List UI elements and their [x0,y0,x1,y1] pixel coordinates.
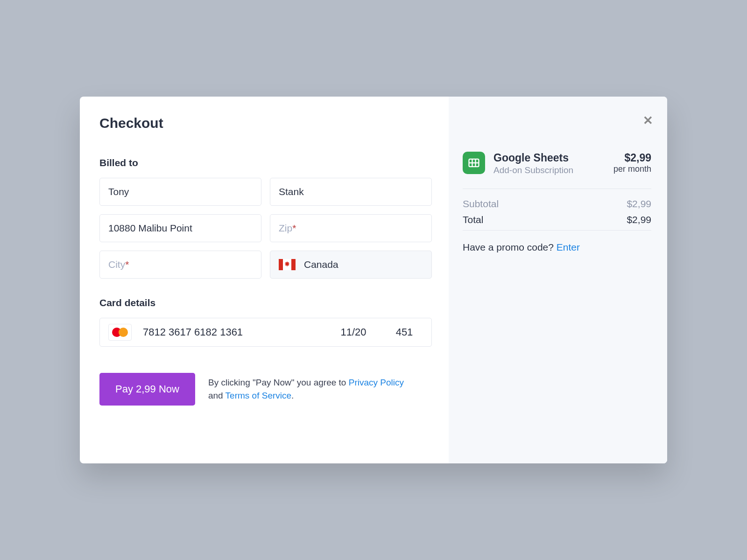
card-details-row[interactable]: 7812 3617 6182 1361 11/20 451 [99,318,432,347]
city-placeholder: City [108,259,125,270]
svg-rect-1 [279,259,283,270]
divider [463,189,651,189]
product-subtitle: Add-on Subscription [493,165,605,175]
promo-text: Have a promo code? [463,242,557,252]
card-cvv: 451 [386,326,423,338]
promo-row: Have a promo code? Enter [463,242,651,253]
google-sheets-icon [463,152,485,174]
card-details-label: Card details [99,297,432,308]
terms-of-service-link[interactable]: Terms of Service [226,391,291,400]
product-row: Google Sheets Add-on Subscription $2,99 … [463,152,651,175]
country-select[interactable]: Canada [270,251,432,279]
checkout-form-panel: Checkout Billed to Zip* City* [80,97,449,463]
pay-now-button[interactable]: Pay 2,99 Now [99,373,195,406]
subtotal-row: Subtotal $2,99 [463,198,651,210]
product-period: per month [613,164,651,174]
subtotal-label: Subtotal [463,198,499,210]
divider [463,230,651,231]
billed-to-label: Billed to [99,157,432,168]
total-row: Total $2,99 [463,214,651,225]
close-icon[interactable]: ✕ [643,113,653,128]
zip-field[interactable]: Zip* [270,214,432,242]
card-expiry: 11/20 [332,326,374,338]
product-price: $2,99 [613,152,651,164]
address-field[interactable] [99,214,261,242]
canada-flag-icon [279,259,296,270]
address-input[interactable] [108,223,253,234]
card-number: 7812 3617 6182 1361 [143,326,321,338]
order-summary-panel: ✕ Google Sheets Add-on Subscription $2,9… [449,97,667,463]
last-name-field[interactable] [270,178,432,206]
promo-enter-link[interactable]: Enter [557,242,580,252]
checkout-modal: Checkout Billed to Zip* City* [80,97,667,463]
first-name-input[interactable] [108,186,253,197]
first-name-field[interactable] [99,178,261,206]
last-name-input[interactable] [279,186,423,197]
page-title: Checkout [99,115,432,131]
zip-placeholder: Zip [279,223,292,233]
total-value: $2,99 [627,214,651,225]
product-name: Google Sheets [493,152,605,164]
privacy-policy-link[interactable]: Privacy Policy [349,378,404,387]
total-label: Total [463,214,483,225]
mastercard-icon [108,324,132,341]
country-value: Canada [304,259,338,270]
subtotal-value: $2,99 [627,198,651,210]
city-field[interactable]: City* [99,251,261,279]
svg-rect-2 [291,259,296,270]
agreement-text: By clicking "Pay Now" you agree to Priva… [208,376,404,402]
